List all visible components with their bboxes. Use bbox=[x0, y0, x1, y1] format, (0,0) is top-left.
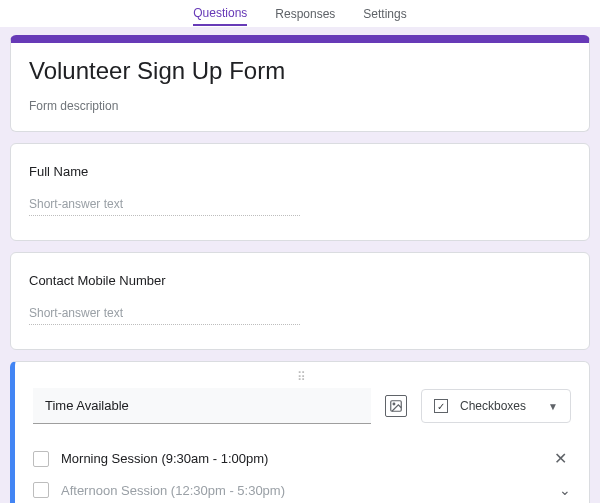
option-label[interactable]: Afternoon Session (12:30pm - 5:30pm) bbox=[61, 483, 547, 498]
form-title[interactable]: Volunteer Sign Up Form bbox=[29, 57, 571, 85]
title-card[interactable]: Volunteer Sign Up Form Form description bbox=[10, 35, 590, 132]
tab-responses[interactable]: Responses bbox=[275, 3, 335, 25]
options-list: Morning Session (9:30am - 1:00pm) ✕ Afte… bbox=[33, 442, 571, 503]
svg-point-1 bbox=[393, 403, 395, 405]
drag-handle-icon[interactable]: ⠿ bbox=[33, 370, 571, 384]
image-icon bbox=[389, 399, 403, 413]
question-card-contact[interactable]: Contact Mobile Number Short-answer text bbox=[10, 252, 590, 350]
top-tabbar: Questions Responses Settings bbox=[0, 0, 600, 27]
form-canvas: Volunteer Sign Up Form Form description … bbox=[0, 27, 600, 503]
question-title-input[interactable] bbox=[33, 388, 371, 424]
chevron-down-icon[interactable]: ⌄ bbox=[559, 482, 571, 498]
chevron-down-icon: ▼ bbox=[548, 401, 558, 412]
question-label: Contact Mobile Number bbox=[29, 273, 571, 288]
question-card-full-name[interactable]: Full Name Short-answer text bbox=[10, 143, 590, 241]
short-answer-placeholder: Short-answer text bbox=[29, 197, 300, 216]
question-label: Full Name bbox=[29, 164, 571, 179]
option-row[interactable]: Morning Session (9:30am - 1:00pm) ✕ bbox=[33, 442, 571, 475]
form-description[interactable]: Form description bbox=[29, 99, 571, 113]
checkbox-icon: ✓ bbox=[434, 399, 448, 413]
remove-option-button[interactable]: ✕ bbox=[550, 449, 571, 468]
add-image-button[interactable] bbox=[385, 395, 407, 417]
tab-questions[interactable]: Questions bbox=[193, 2, 247, 26]
option-label[interactable]: Morning Session (9:30am - 1:00pm) bbox=[61, 451, 538, 466]
option-row[interactable]: Afternoon Session (12:30pm - 5:30pm) ⌄ bbox=[33, 475, 571, 503]
question-type-select[interactable]: ✓ Checkboxes ▼ bbox=[421, 389, 571, 423]
question-card-time-available[interactable]: ⠿ ✓ Checkboxes ▼ Morning Session (9:30am… bbox=[10, 361, 590, 503]
checkbox-icon bbox=[33, 451, 49, 467]
tab-settings[interactable]: Settings bbox=[363, 3, 406, 25]
checkbox-icon bbox=[33, 482, 49, 498]
question-type-label: Checkboxes bbox=[460, 399, 526, 413]
short-answer-placeholder: Short-answer text bbox=[29, 306, 300, 325]
